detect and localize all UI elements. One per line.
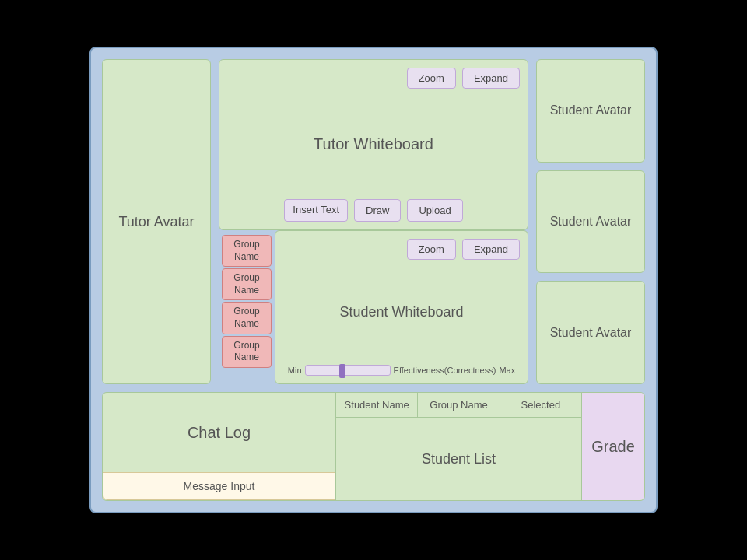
- student-list-label: Student List: [336, 418, 581, 500]
- student-wb-toolbar: Zoom Expand: [407, 239, 520, 260]
- col-selected: Selected: [500, 393, 581, 417]
- student-avatar-label-0: Student Avatar: [550, 103, 632, 117]
- tutor-whiteboard-panel: Zoom Expand Tutor Whiteboard Insert Text…: [219, 59, 528, 230]
- chat-log-label: Chat Log: [103, 393, 335, 472]
- tutor-wb-tools: Insert Text Draw Upload: [284, 199, 462, 222]
- insert-text-button[interactable]: Insert Text: [284, 199, 348, 222]
- group-name-btn-0[interactable]: Group Name: [222, 235, 272, 267]
- grade-label: Grade: [591, 438, 635, 456]
- student-expand-button[interactable]: Expand: [462, 239, 520, 260]
- col-group-name: Group Name: [418, 393, 500, 417]
- grade-panel: Grade: [582, 393, 644, 500]
- draw-button[interactable]: Draw: [354, 199, 401, 222]
- student-avatar-panel-0: Student Avatar: [536, 59, 645, 163]
- top-section: Tutor Avatar Zoom Expand Tutor Whiteboar…: [102, 59, 645, 384]
- slider-max-label: Max: [499, 366, 515, 375]
- center-section: Zoom Expand Tutor Whiteboard Insert Text…: [219, 59, 528, 384]
- tutor-wb-toolbar: Zoom Expand: [407, 68, 520, 89]
- group-name-btn-2[interactable]: Group Name: [222, 302, 272, 334]
- main-container: Tutor Avatar Zoom Expand Tutor Whiteboar…: [89, 47, 658, 513]
- col-student-name: Student Name: [336, 393, 418, 417]
- tutor-zoom-button[interactable]: Zoom: [407, 68, 456, 89]
- upload-button[interactable]: Upload: [407, 199, 462, 222]
- slider-min-label: Min: [288, 366, 302, 375]
- tutor-expand-button[interactable]: Expand: [462, 68, 520, 89]
- group-list: Group Name Group Name Group Name Group N…: [219, 230, 275, 384]
- right-section: Student Avatar Student Avatar Student Av…: [536, 59, 645, 384]
- student-list-header: Student Name Group Name Selected: [336, 393, 581, 418]
- effectiveness-label: Effectiveness(Correctness): [394, 366, 496, 375]
- message-input[interactable]: Message Input: [103, 472, 335, 500]
- student-avatar-label-1: Student Avatar: [550, 215, 632, 229]
- effectiveness-slider[interactable]: [305, 365, 391, 376]
- student-list-area: Student Name Group Name Selected Student…: [336, 393, 582, 500]
- student-whiteboard-label: Student Whiteboard: [339, 264, 463, 360]
- student-avatar-panel-2: Student Avatar: [536, 281, 645, 384]
- bottom-section: Chat Log Message Input Student Name Grou…: [102, 392, 645, 501]
- student-avatar-label-2: Student Avatar: [550, 326, 632, 340]
- student-section: Group Name Group Name Group Name Group N…: [219, 230, 528, 384]
- tutor-avatar-panel: Tutor Avatar: [102, 59, 211, 384]
- tutor-avatar-label: Tutor Avatar: [118, 214, 194, 230]
- group-name-btn-1[interactable]: Group Name: [222, 268, 272, 300]
- tutor-whiteboard-label: Tutor Whiteboard: [314, 95, 433, 193]
- student-avatar-panel-1: Student Avatar: [536, 170, 645, 274]
- student-zoom-button[interactable]: Zoom: [407, 239, 456, 260]
- slider-row: Min Effectiveness(Correctness) Max: [283, 365, 520, 376]
- slider-thumb: [339, 364, 345, 378]
- group-name-btn-3[interactable]: Group Name: [222, 336, 272, 368]
- student-whiteboard-panel: Zoom Expand Student Whiteboard Min Effec…: [275, 230, 528, 384]
- chat-log-area: Chat Log Message Input: [103, 393, 336, 500]
